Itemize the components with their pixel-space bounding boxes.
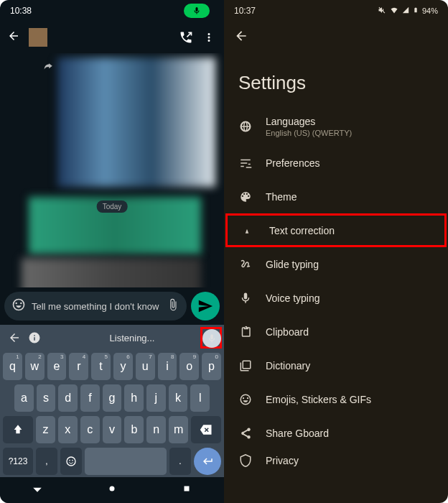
keyboard-suggestion-bar: Listening... xyxy=(0,325,224,351)
key-a[interactable]: a xyxy=(14,384,34,412)
time-left: 10:38 xyxy=(10,6,32,16)
battery-pct: 94% xyxy=(422,6,438,15)
settings-item-text-correction[interactable]: Text correction xyxy=(225,213,447,247)
svg-point-0 xyxy=(67,457,75,466)
settings-item-clipboard[interactable]: Clipboard xyxy=(224,315,448,349)
svg-rect-4 xyxy=(185,486,190,492)
key-f[interactable]: f xyxy=(80,384,100,412)
label: Privacy xyxy=(266,455,299,466)
blurred-message xyxy=(22,258,201,287)
key-n[interactable]: n xyxy=(146,416,166,443)
kbd-info-icon[interactable] xyxy=(24,331,45,344)
key-x[interactable]: x xyxy=(58,416,78,443)
key-o[interactable]: o9 xyxy=(179,353,199,380)
key-h[interactable]: h xyxy=(124,384,144,412)
key-j[interactable]: j xyxy=(146,384,166,412)
settings-item-privacy[interactable]: Privacy xyxy=(224,450,448,471)
key-m[interactable]: m xyxy=(169,416,188,443)
key-e[interactable]: e3 xyxy=(47,353,67,380)
key-symbols[interactable]: ?123 xyxy=(3,448,33,475)
wifi-icon xyxy=(390,6,398,16)
status-bar-right: 10:37 94% xyxy=(224,0,448,22)
key-enter[interactable] xyxy=(194,448,221,475)
key-y[interactable]: y6 xyxy=(113,353,133,380)
signal-icon xyxy=(402,6,409,15)
svg-point-2 xyxy=(72,460,73,461)
settings-item-share[interactable]: Share Gboard xyxy=(224,416,448,450)
label: Clipboard xyxy=(266,326,309,338)
settings-item-voice[interactable]: Voice typing xyxy=(224,281,448,315)
label: Preferences xyxy=(266,157,319,169)
settings-item-languages[interactable]: Languages English (US) (QWERTY) xyxy=(224,107,448,146)
kbd-back-icon[interactable] xyxy=(4,331,24,344)
label: Languages xyxy=(266,116,352,127)
settings-item-theme[interactable]: Theme xyxy=(224,180,448,213)
input-text: Tell me something I don't know xyxy=(32,301,161,312)
key-space[interactable] xyxy=(85,448,167,475)
key-l[interactable]: l xyxy=(190,384,210,412)
nav-bar-left xyxy=(0,477,224,503)
label: Glide typing xyxy=(266,259,319,270)
back-icon[interactable] xyxy=(234,29,248,46)
key-b[interactable]: b xyxy=(124,416,144,443)
mic-highlight xyxy=(200,327,222,349)
send-button[interactable] xyxy=(191,292,220,320)
key-i[interactable]: i8 xyxy=(158,353,177,380)
key-shift[interactable] xyxy=(3,416,33,443)
settings-item-preferences[interactable]: Preferences xyxy=(224,146,448,180)
key-g[interactable]: g xyxy=(103,384,122,412)
nav-back-icon[interactable] xyxy=(32,484,42,497)
keyboard: Listening... q1w2e3r4t5y6u7i8o9p0 asdfgh… xyxy=(0,325,224,477)
settings-item-dictionary[interactable]: Dictionary xyxy=(224,349,448,382)
voice-mic-button[interactable] xyxy=(202,329,221,348)
status-mic-pill[interactable] xyxy=(184,4,210,18)
settings-list: Languages English (US) (QWERTY) Preferen… xyxy=(224,107,448,503)
label: Dictionary xyxy=(266,360,310,372)
settings-item-emoji[interactable]: Emojis, Stickers & GIFs xyxy=(224,382,448,416)
key-q[interactable]: q1 xyxy=(3,353,22,380)
palette-icon xyxy=(238,190,253,203)
sliders-icon xyxy=(238,157,253,170)
attach-icon[interactable] xyxy=(167,298,179,314)
key-d[interactable]: d xyxy=(58,384,78,412)
settings-item-glide[interactable]: Glide typing xyxy=(224,247,448,281)
svg-point-3 xyxy=(110,486,115,492)
key-k[interactable]: k xyxy=(169,384,188,412)
listening-label: Listening... xyxy=(45,333,220,343)
nav-recent-icon[interactable] xyxy=(182,484,192,497)
nav-home-icon[interactable] xyxy=(107,484,117,497)
key-c[interactable]: c xyxy=(80,416,100,443)
forward-icon xyxy=(43,62,53,75)
emoji-icon[interactable] xyxy=(11,297,26,315)
share-icon xyxy=(238,427,253,440)
key-s[interactable]: s xyxy=(37,384,56,412)
key-emoji[interactable] xyxy=(60,448,82,475)
key-z[interactable]: z xyxy=(36,416,55,443)
chat-body[interactable]: Today xyxy=(0,53,224,287)
status-bar-left: 10:38 xyxy=(0,0,224,22)
key-p[interactable]: p0 xyxy=(202,353,221,380)
blurred-media xyxy=(57,57,215,187)
mute-icon xyxy=(378,6,386,16)
back-icon[interactable] xyxy=(7,29,22,45)
label: Text correction xyxy=(269,225,335,236)
key-u[interactable]: u7 xyxy=(136,353,155,380)
label: Voice typing xyxy=(266,292,320,304)
mic-icon xyxy=(238,292,253,305)
chat-header xyxy=(0,22,224,53)
emoji-icon xyxy=(238,393,253,406)
key-v[interactable]: v xyxy=(103,416,122,443)
key-period[interactable]: . xyxy=(169,448,191,475)
video-call-icon[interactable] xyxy=(178,30,194,45)
shield-icon xyxy=(238,454,253,467)
message-input[interactable]: Tell me something I don't know xyxy=(4,292,187,320)
label: Share Gboard xyxy=(266,428,329,439)
avatar[interactable] xyxy=(29,28,47,47)
key-t[interactable]: t5 xyxy=(91,353,111,380)
key-w[interactable]: w2 xyxy=(25,353,45,380)
key-comma[interactable]: , xyxy=(36,448,57,475)
time-right: 10:37 xyxy=(234,6,256,16)
more-icon[interactable] xyxy=(201,31,217,44)
key-r[interactable]: r4 xyxy=(69,353,88,380)
key-backspace[interactable] xyxy=(191,416,221,443)
